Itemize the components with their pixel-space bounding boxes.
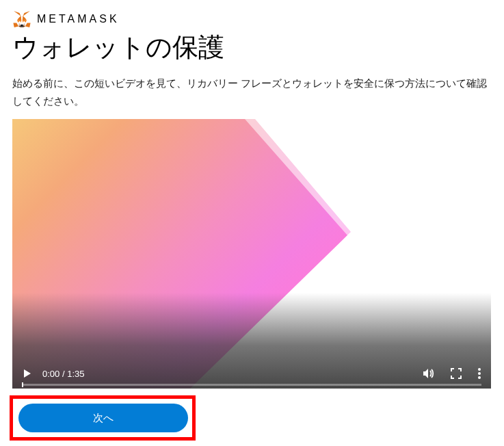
svg-marker-18 <box>24 369 31 378</box>
app-header: METAMASK <box>0 0 504 30</box>
page-description: 始める前に、この短いビデオを見て、リカバリー フレーズとウォレットを安全に保つ方… <box>0 75 504 119</box>
video-time-display: 0:00 / 1:35 <box>42 369 84 379</box>
play-icon[interactable] <box>22 368 33 379</box>
brand-name: METAMASK <box>37 13 120 25</box>
svg-point-20 <box>478 368 481 371</box>
svg-marker-0 <box>23 11 30 16</box>
next-button-container: 次へ <box>12 398 194 438</box>
volume-icon[interactable] <box>421 367 435 380</box>
video-player[interactable]: 0:00 / 1:35 <box>12 119 491 389</box>
svg-marker-2 <box>25 23 31 27</box>
svg-marker-5 <box>23 16 27 21</box>
svg-point-21 <box>478 372 481 375</box>
fullscreen-icon[interactable] <box>450 367 462 380</box>
next-button[interactable]: 次へ <box>18 404 188 432</box>
metamask-logo-icon <box>12 10 31 29</box>
video-controls: 0:00 / 1:35 <box>12 358 491 389</box>
svg-marker-1 <box>14 11 21 16</box>
svg-point-22 <box>478 376 481 379</box>
svg-marker-4 <box>17 16 21 21</box>
svg-marker-15 <box>21 25 23 27</box>
more-options-icon[interactable] <box>477 367 481 380</box>
svg-marker-19 <box>423 369 428 378</box>
video-progress-bar[interactable] <box>22 384 481 386</box>
video-current-time: 0:00 <box>42 369 59 379</box>
video-duration: 1:35 <box>67 369 84 379</box>
svg-marker-3 <box>13 23 18 27</box>
page-title: ウォレットの保護 <box>0 30 504 75</box>
